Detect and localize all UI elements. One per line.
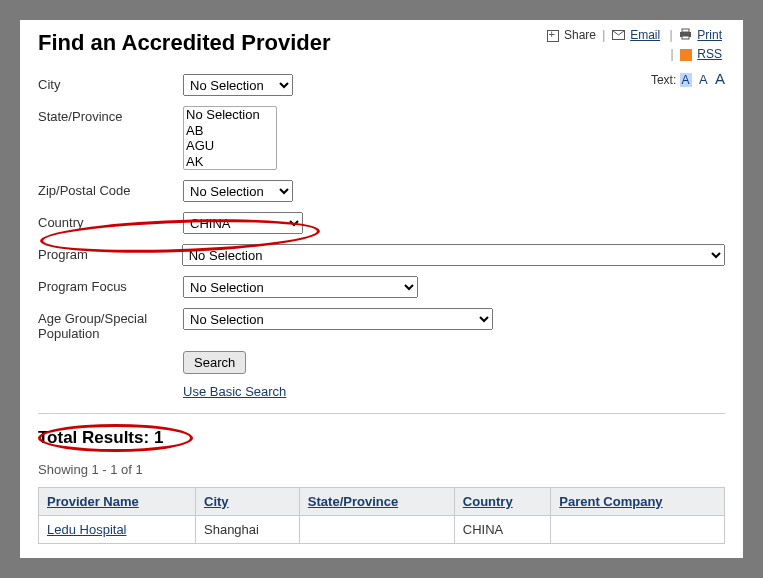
table-row: Ledu Hospital Shanghai CHINA xyxy=(39,516,725,544)
th-provider[interactable]: Provider Name xyxy=(39,488,196,516)
text-size-small[interactable]: A xyxy=(680,73,692,87)
rss-link[interactable]: RSS xyxy=(697,47,722,61)
separator: | xyxy=(670,28,673,42)
share-link[interactable]: Share xyxy=(564,28,596,42)
results-table: Provider Name City State/Province Countr… xyxy=(38,487,725,544)
separator: | xyxy=(671,47,674,61)
program-label: Program xyxy=(38,244,182,262)
text-size-label: Text: xyxy=(651,73,676,87)
print-icon xyxy=(679,28,692,43)
total-results: Total Results: 1 xyxy=(38,428,725,448)
program-select[interactable]: No Selection xyxy=(182,244,725,266)
state-label: State/Province xyxy=(38,106,183,124)
age-label: Age Group/Special Population xyxy=(38,308,183,341)
th-country[interactable]: Country xyxy=(454,488,550,516)
th-city[interactable]: City xyxy=(196,488,300,516)
focus-label: Program Focus xyxy=(38,276,183,294)
svg-rect-2 xyxy=(682,29,689,32)
th-parent[interactable]: Parent Company xyxy=(551,488,725,516)
provider-link[interactable]: Ledu Hospital xyxy=(47,522,127,537)
cell-state xyxy=(299,516,454,544)
text-size-medium[interactable]: A xyxy=(699,72,708,87)
cell-parent xyxy=(551,516,725,544)
focus-select[interactable]: No Selection xyxy=(183,276,418,298)
email-icon xyxy=(612,29,625,43)
separator: | xyxy=(602,28,605,42)
search-button[interactable]: Search xyxy=(183,351,246,374)
basic-search-link[interactable]: Use Basic Search xyxy=(183,384,286,399)
age-select[interactable]: No Selection xyxy=(183,308,493,330)
zip-select[interactable]: No Selection xyxy=(183,180,293,202)
cell-country: CHINA xyxy=(454,516,550,544)
print-link[interactable]: Print xyxy=(697,28,722,42)
city-label: City xyxy=(38,74,183,92)
text-size-large[interactable]: A xyxy=(715,70,725,87)
country-select[interactable]: CHINA xyxy=(183,212,303,234)
country-label: Country xyxy=(38,212,183,230)
rss-icon xyxy=(680,49,692,61)
th-state[interactable]: State/Province xyxy=(299,488,454,516)
svg-rect-3 xyxy=(682,36,689,39)
zip-label: Zip/Postal Code xyxy=(38,180,183,198)
city-select[interactable]: No Selection xyxy=(183,74,293,96)
divider xyxy=(38,413,725,414)
email-link[interactable]: Email xyxy=(630,28,660,42)
cell-city: Shanghai xyxy=(196,516,300,544)
share-icon xyxy=(547,30,559,42)
state-listbox[interactable]: No Selection AB AGU AK xyxy=(183,106,277,170)
showing-text: Showing 1 - 1 of 1 xyxy=(38,462,725,477)
text-size-control: Text: A A A xyxy=(651,70,725,87)
